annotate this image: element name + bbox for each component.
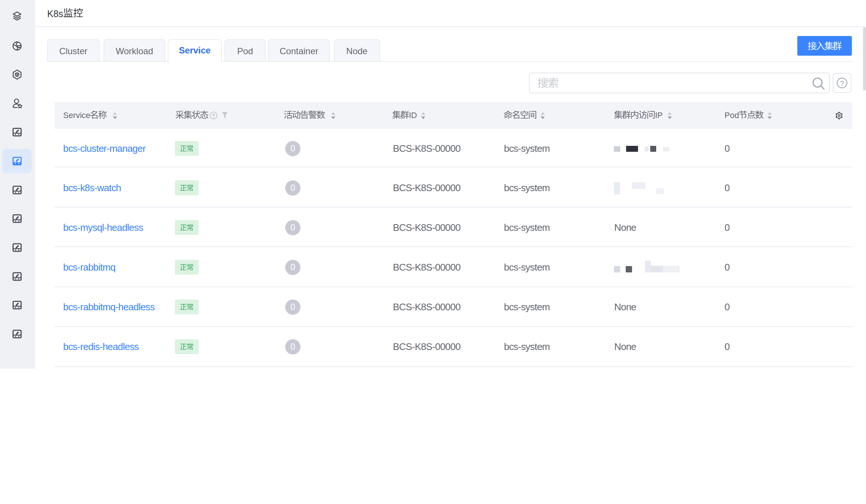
svg-text:?: ? xyxy=(212,113,215,118)
svg-text:?: ? xyxy=(840,79,844,87)
